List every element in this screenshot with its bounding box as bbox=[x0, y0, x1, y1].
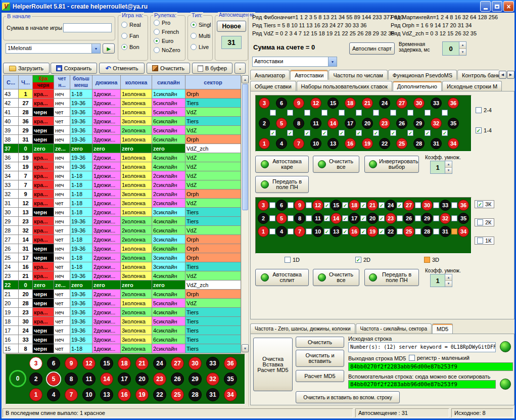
board-number-11[interactable]: 11 bbox=[82, 372, 96, 386]
undo-button[interactable]: ↶Отменить bbox=[99, 63, 145, 74]
autoshift-new-button[interactable]: Новое bbox=[217, 21, 246, 32]
bet-checkbox[interactable] bbox=[425, 110, 431, 116]
radio-live[interactable]: Live bbox=[191, 44, 209, 50]
bet-checkbox[interactable]: ✓ bbox=[356, 130, 362, 136]
board-number-28[interactable]: 28 bbox=[421, 226, 433, 237]
md5-clear-button[interactable]: Очистить bbox=[296, 337, 344, 348]
board-number-8[interactable]: 8 bbox=[293, 118, 304, 129]
radio-real[interactable]: Real bbox=[121, 22, 141, 28]
board-number-16[interactable]: 16 bbox=[345, 138, 356, 149]
tab-analyzer[interactable]: Анализатор bbox=[250, 70, 290, 80]
board-number-14[interactable]: 14 bbox=[100, 372, 113, 386]
radio-bon[interactable]: Bon bbox=[121, 44, 139, 50]
board-number-35[interactable]: 35 bbox=[224, 372, 237, 386]
table-row[interactable]: 2832кра...чет19-363дюжи...2колонка6сикла… bbox=[4, 226, 241, 235]
board-number-26[interactable]: 26 bbox=[396, 118, 407, 129]
radio-multi[interactable]: Multi bbox=[191, 33, 210, 39]
board-number-2[interactable]: 2 bbox=[29, 372, 42, 386]
table-row[interactable]: 2321кра...неч19-362дюжи...3колонка4сикла… bbox=[4, 271, 241, 281]
board-number-3[interactable]: 3 bbox=[29, 357, 42, 370]
table-scrollbar[interactable]: ▲ ▼ bbox=[241, 75, 249, 353]
board-number-30[interactable]: 30 bbox=[413, 98, 425, 109]
board-number-5[interactable]: 5 bbox=[276, 213, 287, 224]
bet-checkbox[interactable] bbox=[397, 228, 403, 235]
board-number-22[interactable]: 22 bbox=[385, 226, 396, 237]
table-row[interactable]: 3112кра...чет1-181дюжи...3колонка2сиклай… bbox=[4, 199, 241, 208]
header-color[interactable]: Крачерн bbox=[33, 75, 54, 89]
board-number-23[interactable]: 23 bbox=[153, 372, 166, 386]
tab-source-strings[interactable]: Исходные строки M bbox=[442, 81, 502, 91]
board-number-7[interactable]: 7 bbox=[65, 388, 78, 401]
autobet-kare-button[interactable]: Автоставка каре bbox=[255, 156, 309, 173]
stepper-icon[interactable]: ▲▼ bbox=[445, 274, 452, 287]
board-number-3[interactable]: 3 bbox=[258, 200, 269, 211]
kare-koef-spinner[interactable]: 1 ▲▼ bbox=[430, 161, 452, 174]
board-number-1[interactable]: 1 bbox=[258, 226, 269, 237]
kare-cb-2-4[interactable]: 2-4 bbox=[476, 107, 492, 113]
board-number-13[interactable]: 13 bbox=[327, 138, 339, 149]
board-number-24[interactable]: 24 bbox=[385, 200, 396, 211]
table-row[interactable]: 2416кра...чет1-182дюжи...1колонка3сиклай… bbox=[4, 262, 241, 271]
board-number-4[interactable]: 4 bbox=[276, 138, 287, 149]
board-number-21[interactable]: 21 bbox=[135, 357, 149, 370]
table-row[interactable]: 3929черннеч19-363дюжи...2колонка5сиклайн… bbox=[4, 126, 241, 135]
clear-button[interactable]: Очистить bbox=[147, 63, 190, 74]
bet-checkbox[interactable] bbox=[407, 110, 413, 116]
stepper-icon[interactable]: ▲▼ bbox=[445, 161, 452, 173]
minimize-button[interactable] bbox=[480, 1, 491, 12]
radio-fan[interactable]: Fan bbox=[121, 33, 139, 39]
buffer-button[interactable]: В буфер bbox=[192, 63, 232, 74]
tab-autobets[interactable]: Автоставки bbox=[290, 70, 328, 80]
bet-checkbox[interactable] bbox=[415, 215, 421, 221]
board-number-16[interactable]: 16 bbox=[349, 226, 360, 237]
bet-checkbox[interactable] bbox=[287, 110, 293, 116]
board-number-4[interactable]: 4 bbox=[276, 226, 287, 237]
tab-scroll-right-icon[interactable]: ▶ bbox=[507, 71, 514, 79]
board-number-35[interactable]: 35 bbox=[448, 118, 459, 129]
board-number-20[interactable]: 20 bbox=[362, 118, 373, 129]
board-number-14[interactable]: 14 bbox=[327, 118, 339, 129]
board-number-11[interactable]: 11 bbox=[310, 118, 321, 129]
bet-checkbox[interactable]: ✓ bbox=[379, 202, 385, 208]
table-row[interactable]: 2028чернчет19-363дюжи...1колонка5сиклайн… bbox=[4, 299, 241, 308]
board-number-3[interactable]: 3 bbox=[259, 98, 270, 109]
save-button[interactable]: Сохранить bbox=[51, 63, 97, 74]
autobets-select[interactable]: Автоставки ▼ bbox=[252, 57, 337, 67]
bet-checkbox[interactable] bbox=[356, 110, 362, 116]
board-number-19[interactable]: 19 bbox=[367, 226, 378, 237]
board-number-20[interactable]: 20 bbox=[367, 213, 378, 224]
bet-checkbox[interactable] bbox=[390, 110, 396, 116]
radio-euro[interactable]: Euro bbox=[154, 38, 173, 44]
table-row[interactable]: 1830кра...чет19-363дюжи...3колонка5сикла… bbox=[4, 317, 241, 326]
board-number-31[interactable]: 31 bbox=[431, 138, 442, 149]
bet-checkbox[interactable]: ✓ bbox=[397, 202, 403, 208]
table-row[interactable]: 1724чернчет19-362дюжи...3колонка4сиклайн… bbox=[4, 326, 241, 335]
md5-source-go-button[interactable] bbox=[500, 341, 511, 352]
board-number-5[interactable]: 5 bbox=[47, 372, 60, 386]
bet-checkbox[interactable]: ✓ bbox=[342, 202, 348, 208]
load-button[interactable]: Загрузить bbox=[3, 63, 50, 74]
bet-checkbox[interactable] bbox=[415, 228, 421, 235]
board-number-15[interactable]: 15 bbox=[100, 357, 113, 370]
board-number-13[interactable]: 13 bbox=[100, 388, 113, 401]
tab-user-bet-sets[interactable]: Наборы пользовательских ставок bbox=[297, 81, 392, 91]
md5-source-input[interactable]: Number(s): (12) server keyword = 0L18RpD… bbox=[348, 342, 496, 352]
autospin-start-button[interactable]: Автоспин старт bbox=[349, 42, 395, 55]
board-number-33[interactable]: 33 bbox=[440, 200, 451, 211]
board-number-36[interactable]: 36 bbox=[224, 357, 237, 370]
board-number-18[interactable]: 18 bbox=[118, 357, 131, 370]
board-number-17[interactable]: 17 bbox=[118, 372, 131, 386]
board-number-6[interactable]: 6 bbox=[47, 357, 60, 370]
header-sector[interactable]: сектор bbox=[185, 75, 241, 89]
split-cb-3d[interactable]: 3D bbox=[424, 257, 439, 263]
invert-selection-button[interactable]: Инвертировать выбор bbox=[364, 156, 419, 173]
bet-checkbox[interactable]: ✓ bbox=[360, 202, 366, 208]
board-number-8[interactable]: 8 bbox=[65, 372, 78, 386]
board-number-36[interactable]: 36 bbox=[448, 98, 459, 109]
header-number[interactable]: Ч... bbox=[19, 75, 33, 89]
table-row[interactable]: 4128чернчет19-363дюжи...1колонка5сиклайн… bbox=[4, 108, 241, 117]
table-row[interactable]: 431кра...неч1-181дюжи...1колонка1сиклайн… bbox=[4, 89, 241, 99]
scrollbar-thumb[interactable] bbox=[242, 84, 248, 210]
chevron-down-icon[interactable]: ▼ bbox=[328, 57, 337, 66]
bet-checkbox[interactable] bbox=[373, 110, 379, 116]
